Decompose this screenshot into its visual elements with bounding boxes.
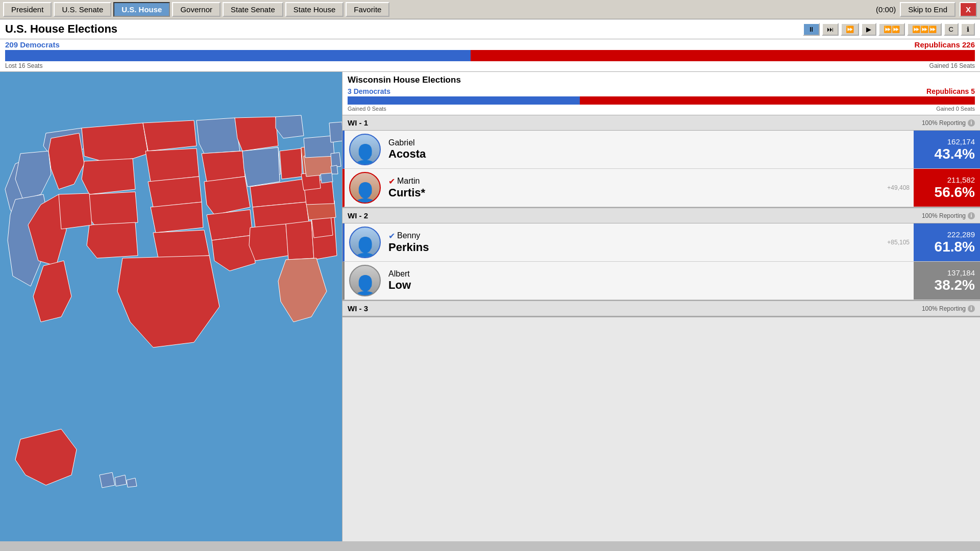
seat-sub: Lost 16 Seats Gained 16 Seats xyxy=(5,62,975,69)
fast-forward-button[interactable]: ⏩ xyxy=(841,23,859,36)
district-wi-2: WI - 2 100% Reporting i 👤 ✔ Benny xyxy=(342,208,980,301)
lost-seats-label: Lost 16 Seats xyxy=(5,62,42,69)
district-wi-2-label: WI - 2 xyxy=(348,211,368,220)
nav-us-senate[interactable]: U.S. Senate xyxy=(54,2,111,17)
nav-governor[interactable]: Governor xyxy=(172,2,220,17)
info-button[interactable]: ℹ xyxy=(961,23,975,36)
district-wi-1-header: WI - 1 100% Reporting i xyxy=(342,115,980,131)
perkins-vote-pct: 61.8% xyxy=(935,239,975,255)
acosta-avatar-area: 👤 xyxy=(345,131,385,168)
wi-gained-dem: Gained 0 Seats xyxy=(348,106,386,112)
district-wi-1-reporting: 100% Reporting i xyxy=(922,118,975,127)
svg-marker-32 xyxy=(286,221,314,260)
seat-bar xyxy=(5,50,975,61)
timer-label: (0:00) xyxy=(876,5,896,14)
svg-marker-16 xyxy=(153,230,209,258)
svg-marker-23 xyxy=(235,117,278,151)
low-avatar-area: 👤 xyxy=(345,262,385,299)
nav-us-house[interactable]: U.S. House xyxy=(113,2,170,17)
svg-marker-15 xyxy=(151,202,203,233)
acosta-info: Gabriel Acosta xyxy=(385,131,914,168)
low-vote-pct: 38.2% xyxy=(935,277,975,293)
nav-president[interactable]: President xyxy=(3,2,52,17)
svg-marker-21 xyxy=(207,210,253,240)
nav-favorite[interactable]: Favorite xyxy=(346,2,389,17)
acosta-first: Gabriel xyxy=(388,138,911,147)
district-wi-1-label: WI - 1 xyxy=(348,118,368,127)
wi-1-info-icon[interactable]: i xyxy=(968,119,975,127)
svg-marker-41 xyxy=(331,153,341,167)
close-button[interactable]: X xyxy=(960,2,977,17)
perkins-info: ✔ Benny Perkins xyxy=(385,223,887,261)
step-end-button[interactable]: ⏭ xyxy=(822,23,839,36)
candidate-low: 👤 Albert Low 137,184 38.2% xyxy=(342,262,980,300)
district-wi-2-reporting: 100% Reporting i xyxy=(922,211,975,220)
playback-controls: ⏸ ⏭ ⏩ ▶ ⏩⏩ ⏩⏩⏩ C ℹ xyxy=(803,23,975,36)
svg-marker-44 xyxy=(329,122,342,142)
fast-forward3-button[interactable]: ⏩⏩⏩ xyxy=(907,23,942,36)
svg-marker-49 xyxy=(59,193,92,229)
candidate-acosta: 👤 Gabriel Acosta 162,174 43.4% xyxy=(342,131,980,169)
wi-seat-bar xyxy=(348,96,975,105)
wi-3-info-icon[interactable]: i xyxy=(968,305,975,312)
acosta-face-icon: 👤 xyxy=(353,145,377,164)
rep-seat-label: Republicans 226 xyxy=(915,40,975,49)
district-wi-2-header: WI - 2 100% Reporting i xyxy=(342,208,980,223)
nav-state-senate[interactable]: State Senate xyxy=(223,2,283,17)
svg-marker-19 xyxy=(202,151,245,182)
rep-bar xyxy=(471,50,975,61)
perkins-diff: +85,105 xyxy=(887,239,912,246)
svg-marker-18 xyxy=(197,118,240,154)
svg-marker-14 xyxy=(148,177,202,207)
curtis-checkmark: ✔ xyxy=(388,177,395,186)
wi-rep-label: Republicans 5 xyxy=(926,87,975,95)
curtis-diff-area: +49,408 xyxy=(887,169,914,207)
district-wi-3-header: WI - 3 100% Reporting i xyxy=(342,301,980,316)
svg-marker-9 xyxy=(82,159,135,194)
curtis-last: Curtis* xyxy=(388,186,884,199)
right-panel[interactable]: Wisconsin House Elections 3 Democrats Re… xyxy=(342,72,980,541)
curtis-info: ✔ Martin Curtis* xyxy=(385,169,887,207)
district-wi-3: WI - 3 100% Reporting i xyxy=(342,301,980,317)
curtis-first: ✔ Martin xyxy=(388,177,884,186)
curtis-avatar: 👤 xyxy=(349,172,381,204)
timer-area: (0:00) Skip to End X xyxy=(876,2,977,17)
svg-marker-42 xyxy=(331,165,338,174)
perkins-diff-area: +85,105 xyxy=(887,223,914,261)
acosta-vote-pct: 43.4% xyxy=(935,146,975,162)
svg-marker-31 xyxy=(249,224,288,261)
wi-rep-bar xyxy=(580,96,975,105)
dem-seat-label: 209 Democrats xyxy=(5,40,60,49)
wi-2-info-icon[interactable]: i xyxy=(968,212,975,219)
top-nav: President U.S. Senate U.S. House Governo… xyxy=(0,0,980,19)
acosta-last: Acosta xyxy=(388,147,911,161)
svg-marker-13 xyxy=(145,148,199,182)
acosta-votes: 162,174 43.4% xyxy=(914,131,980,168)
fast-forward2-button[interactable]: ⏩⏩ xyxy=(878,23,905,36)
wi-gained-rep: Gained 0 Seats xyxy=(936,106,975,112)
pause-button[interactable]: ⏸ xyxy=(803,23,820,36)
low-first: Albert xyxy=(388,269,911,279)
svg-marker-10 xyxy=(87,192,138,225)
main-content: Wisconsin House Elections 3 Democrats Re… xyxy=(0,72,980,541)
low-face-icon: 👤 xyxy=(353,276,377,295)
nav-state-house[interactable]: State House xyxy=(285,2,344,17)
low-info: Albert Low xyxy=(385,262,914,299)
skip-to-end-button[interactable]: Skip to End xyxy=(900,2,955,17)
seat-bar-container: 209 Democrats Republicans 226 Lost 16 Se… xyxy=(0,39,980,72)
low-vote-count: 137,184 xyxy=(947,268,975,277)
us-map-svg xyxy=(0,72,342,541)
svg-marker-12 xyxy=(143,120,197,151)
perkins-face-icon: 👤 xyxy=(353,238,377,257)
low-avatar: 👤 xyxy=(349,265,381,296)
candidate-perkins: 👤 ✔ Benny Perkins +85,105 222,289 61.8% xyxy=(342,223,980,262)
gained-seats-label: Gained 16 Seats xyxy=(929,62,975,69)
wi-title: Wisconsin House Elections xyxy=(348,75,975,85)
play-button[interactable]: ▶ xyxy=(861,23,876,36)
svg-marker-46 xyxy=(100,472,115,488)
svg-marker-8 xyxy=(82,123,148,161)
reset-button[interactable]: C xyxy=(944,23,959,36)
seat-labels: 209 Democrats Republicans 226 xyxy=(5,40,975,49)
district-wi-3-label: WI - 3 xyxy=(348,304,368,313)
perkins-last: Perkins xyxy=(388,241,884,254)
